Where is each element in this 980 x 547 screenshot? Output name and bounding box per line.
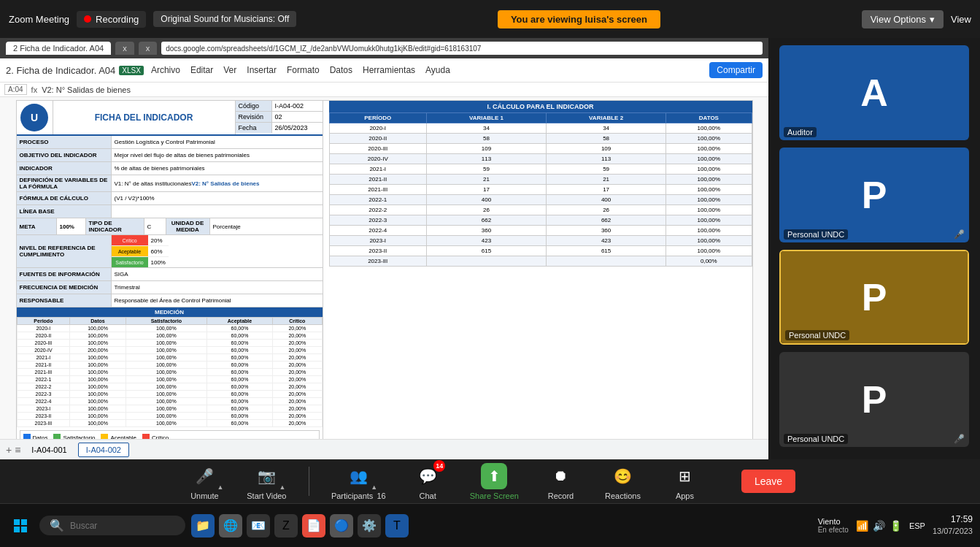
file-name: 2. Ficha de Indicador. A04 <box>6 65 115 76</box>
video-icon: 📷 ▲ <box>253 463 279 489</box>
windows-start-button[interactable] <box>7 513 34 539</box>
table-row: 2021-I100,00%100,00%60,00%20,00% <box>17 354 322 362</box>
taskbar-app-zoom[interactable]: Z <box>274 514 298 538</box>
sheet-tab-2[interactable]: I-A04-002 <box>78 443 129 457</box>
zoom-banner[interactable]: You are viewing luisa's screen <box>498 10 660 28</box>
table-row: 2023-I423423100,00% <box>329 236 752 246</box>
med-col-aceptable: Aceptable <box>207 318 272 325</box>
participants-button[interactable]: 👥 ▲ Participants 16 <box>331 463 386 500</box>
table-row: 2022-3662662100,00% <box>329 215 752 226</box>
cell-reference[interactable]: A:04 <box>4 84 27 95</box>
menu-ver[interactable]: Ver <box>220 64 239 77</box>
ficha-header: U FICHA DEL INDICADOR Código I-A04-002 R… <box>17 101 323 136</box>
xlsx-badge: XLSX <box>119 66 144 75</box>
fecha-value: 26/05/2023 <box>272 123 311 133</box>
main-content-area: 2 Ficha de Indicador. A04 x x docs.googl… <box>0 38 768 459</box>
start-video-label: Start Video <box>247 491 286 500</box>
table-row: 2023-III100,00%100,00%60,00%20,00% <box>17 420 322 427</box>
taskbar-app-settings[interactable]: ⚙️ <box>358 514 381 538</box>
sidebar-expand-button[interactable]: ⌄ <box>869 454 880 459</box>
menu-row: 2. Ficha de Indicador. A04 XLSX Archivo … <box>6 61 763 80</box>
taskbar-system-icons: 📶 🔊 🔋 <box>856 520 902 532</box>
taskbar-app-teams[interactable]: T <box>385 514 409 538</box>
original-sound-button[interactable]: Original Sound for Musicians: Off <box>153 11 296 27</box>
browser-tab-2[interactable]: x <box>115 42 134 55</box>
revision-value: 02 <box>272 112 285 122</box>
table-row: 2023-III0,00% <box>329 256 752 267</box>
codigo-value: I-A04-002 <box>272 101 307 111</box>
med-col-satisfactorio: Satisfactorio <box>126 318 207 325</box>
chat-button[interactable]: 💬 14 Chat <box>408 463 448 500</box>
volume-icon: 🔊 <box>873 520 885 532</box>
taskbar-app-chrome[interactable]: 🔵 <box>330 514 353 538</box>
chat-icon: 💬 14 <box>414 463 441 489</box>
table-row: 2021-II100,00%100,00%60,00%20,00% <box>17 362 322 369</box>
record-button[interactable]: ⏺ Record <box>541 463 581 500</box>
view-button[interactable]: View <box>951 14 971 25</box>
menu-insertar[interactable]: Insertar <box>244 64 279 77</box>
legend-datos: Datos <box>23 434 48 439</box>
taskbar-right: Viento En efecto 📶 🔊 🔋 ESP 17:59 13/07/2… <box>818 513 973 537</box>
search-icon: 🔍 <box>50 519 64 532</box>
leave-button[interactable]: Leave <box>741 470 795 493</box>
recording-badge: Recording <box>77 11 146 28</box>
medicion-header: MEDICIÓN <box>17 307 323 317</box>
menu-formato[interactable]: Formato <box>284 64 323 77</box>
table-row: 2020-III100,00%100,00%60,00%20,00% <box>17 340 322 347</box>
menu-editar[interactable]: Editar <box>188 64 216 77</box>
code-row-fecha: Fecha 26/05/2023 <box>236 123 323 133</box>
chart-area: Datos Satisfactorio Aceptable <box>20 430 320 439</box>
participant-card-2: P Personal UNDC 🎤 <box>779 148 969 242</box>
participant-card-3: P Personal UNDC <box>779 250 969 345</box>
unmute-button[interactable]: 🎤 ▲ Unmute <box>185 463 225 500</box>
table-row: 2022-4100,00%100,00%60,00%20,00% <box>17 398 322 405</box>
share-screen-button[interactable]: ⬆ Share Screen <box>470 463 519 500</box>
zoom-logo: Zoom Meeting <box>9 14 69 25</box>
apps-button[interactable]: ⊞ Apps <box>665 463 705 500</box>
menu-ayuda[interactable]: Ayuda <box>423 64 453 77</box>
taskbar-app-pdf[interactable]: 📄 <box>302 514 325 538</box>
participant-2-avatar: P <box>779 148 969 242</box>
svg-rect-41 <box>21 527 27 532</box>
browser-tab-3[interactable]: x <box>139 42 158 55</box>
menu-herramientas[interactable]: Herramientas <box>360 64 418 77</box>
view-options-button[interactable]: View Options ▾ <box>862 10 944 28</box>
zoom-top-right: View Options ▾ View <box>862 10 971 28</box>
chat-badge: 14 <box>433 460 445 472</box>
reactions-label: Reactions <box>605 491 641 500</box>
participant-4-avatar: P <box>779 352 969 447</box>
med-col-critico: Crítico <box>273 318 322 325</box>
add-sheet-icon[interactable]: + <box>6 444 12 456</box>
calc-col-var1: VARIABLE 1 <box>426 113 546 123</box>
participants-icon: 👥 ▲ <box>345 463 371 489</box>
browser-address-bar[interactable]: docs.google.com/spreadsheets/d/1GCM_IZ_/… <box>161 42 763 55</box>
taskbar-search[interactable]: 🔍 <box>39 516 185 535</box>
taskbar-app-1[interactable]: 📧 <box>247 514 270 538</box>
sidebar: A Auditor P Personal UNDC 🎤 P Personal U… <box>768 38 980 459</box>
medicion-table: Periodo Datos Satisfactorio Aceptable Cr… <box>17 317 323 427</box>
browser-tab-active[interactable]: 2 Ficha de Indicador. A04 <box>6 42 111 55</box>
menu-datos[interactable]: Datos <box>327 64 355 77</box>
ficha-left: U FICHA DEL INDICADOR Código I-A04-002 R… <box>17 101 323 439</box>
table-row: 2022-1100,00%100,00%60,00%20,00% <box>17 376 322 383</box>
calc-tbody: 2020-I3434100,00%2020-II5858100,00%2020-… <box>329 123 752 267</box>
file-name-area: 2. Ficha de Indicador. A04 XLSX <box>6 65 144 76</box>
weather-widget: Viento En efecto <box>818 517 849 534</box>
search-input[interactable] <box>70 521 172 531</box>
start-video-button[interactable]: 📷 ▲ Start Video <box>247 463 287 500</box>
reactions-button[interactable]: 😊 Reactions <box>603 463 643 500</box>
add-sheet-icon2[interactable]: ≡ <box>15 444 20 456</box>
sheet-tab-1[interactable]: I-A04-001 <box>23 443 74 457</box>
medicion-tbody: 2020-I100,00%100,00%60,00%20,00%2020-II1… <box>17 325 322 427</box>
calc-table: PERÍODO VARIABLE 1 VARIABLE 2 DATOS 2020… <box>329 112 752 267</box>
medicion-header-row: Periodo Datos Satisfactorio Aceptable Cr… <box>17 318 322 325</box>
def-var-values: V1: N° de altas institucionales V2: N° S… <box>112 175 323 191</box>
share-button[interactable]: Compartir <box>709 62 763 78</box>
menu-archivo[interactable]: Archivo <box>148 64 183 77</box>
taskbar-app-edge[interactable]: 🌐 <box>219 514 242 538</box>
taskbar-app-explorer[interactable]: 📁 <box>191 514 215 538</box>
legend-dot-satisfactorio <box>53 434 61 439</box>
network-icon: 📶 <box>856 520 868 532</box>
row-responsable: RESPONSABLE Responsable del Área de Cont… <box>17 294 323 307</box>
ficha-title: FICHA DEL INDICADOR <box>53 101 235 134</box>
